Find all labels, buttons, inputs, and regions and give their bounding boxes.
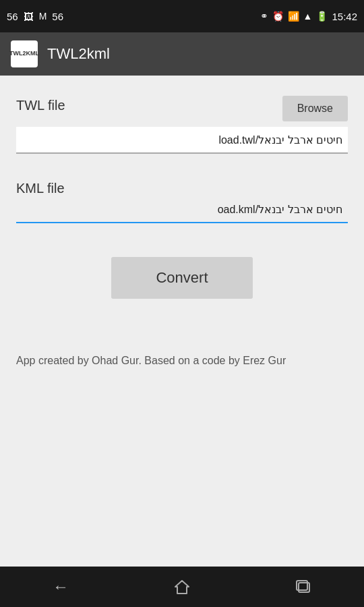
clock: 15:42 [332, 11, 357, 22]
app-bar: TWL 2 KML TWL2kml [0, 32, 364, 76]
signal-icon: ▲ [303, 11, 313, 22]
home-icon [174, 579, 190, 594]
twl-file-input[interactable] [16, 127, 348, 154]
recents-button[interactable] [286, 573, 320, 600]
wifi-icon: 📶 [288, 11, 299, 22]
app-logo: TWL 2 KML [11, 40, 38, 67]
back-arrow-icon: ← [53, 577, 69, 596]
notification-count: 56 [52, 11, 63, 22]
photo-icon: 🖼 [24, 11, 34, 22]
twl-section: TWL file Browse [16, 96, 348, 154]
footer-text: App created by Ohad Gur. Based on a code… [16, 353, 348, 369]
browse-button[interactable]: Browse [282, 96, 348, 121]
nav-bar: ← [0, 567, 364, 607]
status-right: ⚭ ⏰ 📶 ▲ 🔋 15:42 [260, 11, 357, 22]
twl-header-row: TWL file Browse [16, 96, 348, 121]
convert-button[interactable]: Convert [111, 257, 253, 299]
bluetooth-icon: ⚭ [260, 11, 268, 22]
main-content: TWL file Browse KML file Convert App cre… [0, 76, 364, 567]
back-button[interactable]: ← [44, 573, 78, 600]
twl-label: TWL file [16, 98, 65, 113]
kml-section: KML file [16, 181, 348, 223]
status-left: 56 🖼 M 56 [7, 11, 63, 22]
convert-section: Convert [16, 257, 348, 299]
alarm-icon: ⏰ [272, 11, 284, 22]
home-button[interactable] [165, 573, 199, 600]
battery-icon: 🔋 [316, 11, 328, 22]
app-title: TWL2kml [47, 45, 110, 63]
status-bar: 56 🖼 M 56 ⚭ ⏰ 📶 ▲ 🔋 15:42 [0, 0, 364, 32]
kml-file-input[interactable] [16, 196, 348, 223]
svg-marker-0 [175, 581, 189, 594]
recents-icon [296, 580, 311, 594]
signal-strength: 56 [7, 11, 18, 22]
kml-label: KML file [16, 181, 65, 196]
gmail-icon: M [39, 11, 47, 22]
